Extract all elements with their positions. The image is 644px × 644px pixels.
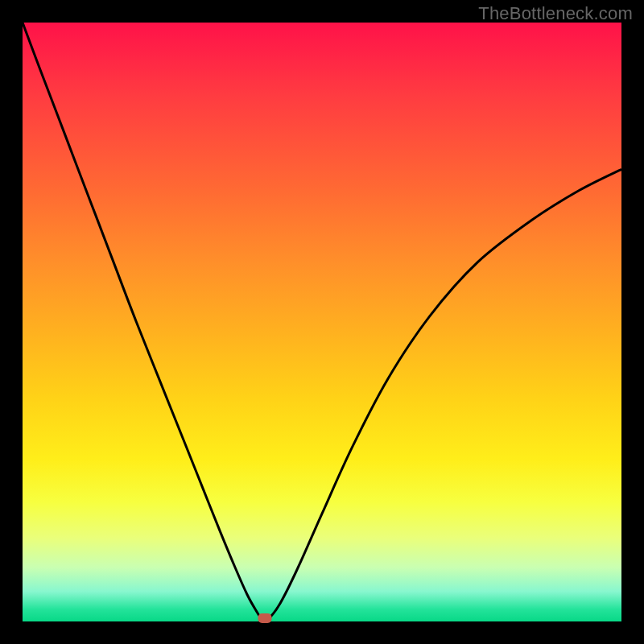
chart-frame: TheBottleneck.com bbox=[0, 0, 644, 644]
minimum-marker bbox=[258, 613, 272, 623]
watermark-label: TheBottleneck.com bbox=[478, 3, 633, 24]
curve-path bbox=[23, 23, 621, 621]
plot-area bbox=[23, 23, 621, 621]
bottleneck-curve bbox=[23, 23, 621, 621]
